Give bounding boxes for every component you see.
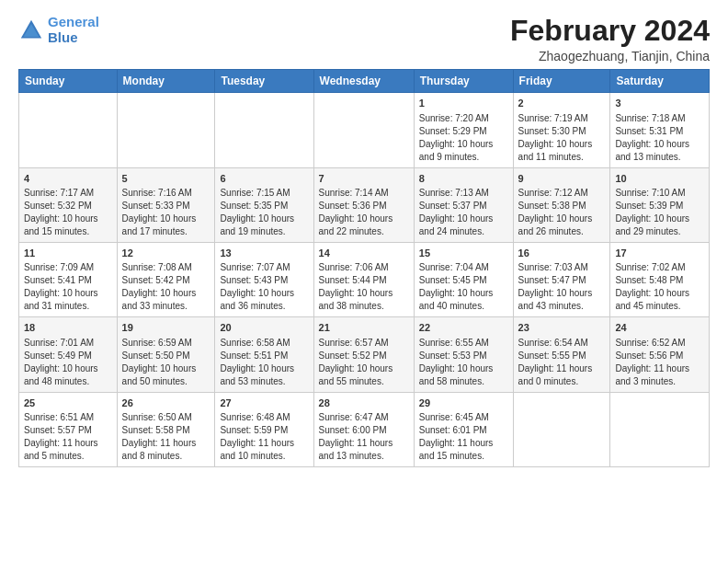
day-info: Sunset: 5:31 PM (615, 125, 704, 138)
day-info: Sunrise: 7:07 AM (220, 261, 308, 274)
day-info: Daylight: 10 hours (319, 213, 409, 225)
day-info: Sunrise: 7:20 AM (419, 112, 508, 125)
day-info: and 13 minutes. (319, 450, 409, 463)
day-info: Sunrise: 6:52 AM (615, 337, 704, 350)
day-info: Sunrise: 6:55 AM (419, 337, 508, 350)
day-info: Sunset: 5:42 PM (122, 274, 210, 287)
logo-icon (18, 17, 44, 43)
day-info: Daylight: 10 hours (24, 362, 112, 375)
day-info: Sunrise: 7:17 AM (24, 187, 112, 200)
calendar-cell: 11Sunrise: 7:09 AMSunset: 5:41 PMDayligh… (19, 242, 118, 316)
calendar-cell: 8Sunrise: 7:13 AMSunset: 5:37 PMDaylight… (414, 167, 513, 242)
day-info: Sunrise: 7:14 AM (319, 187, 409, 200)
day-info: Sunrise: 6:45 AM (419, 411, 508, 424)
day-info: Daylight: 10 hours (319, 362, 409, 375)
day-info: and 24 minutes. (419, 225, 508, 238)
day-number: 20 (220, 321, 308, 335)
day-number: 6 (220, 172, 308, 186)
calendar-cell (19, 93, 118, 167)
calendar-cell: 25Sunrise: 6:51 AMSunset: 5:57 PMDayligh… (19, 392, 118, 466)
weekday-header: Thursday (414, 70, 513, 93)
day-info: and 50 minutes. (122, 375, 210, 388)
calendar-cell (117, 93, 215, 167)
day-info: and 55 minutes. (319, 375, 409, 388)
day-number: 3 (615, 97, 704, 110)
day-number: 24 (615, 321, 704, 335)
day-info: Daylight: 11 hours (122, 437, 210, 450)
day-info: and 19 minutes. (220, 225, 308, 238)
day-info: Sunset: 5:48 PM (615, 274, 704, 287)
day-info: Sunset: 5:37 PM (419, 200, 508, 213)
weekday-header: Friday (513, 70, 610, 93)
day-info: Daylight: 10 hours (518, 138, 606, 151)
calendar-cell: 5Sunrise: 7:16 AMSunset: 5:33 PMDaylight… (117, 167, 215, 242)
day-info: Sunset: 5:59 PM (220, 424, 308, 437)
day-number: 16 (518, 247, 606, 260)
day-info: Sunset: 5:35 PM (220, 200, 308, 213)
day-info: Daylight: 11 hours (615, 362, 704, 375)
day-number: 1 (419, 97, 508, 110)
day-info: Daylight: 10 hours (122, 362, 210, 375)
day-info: Sunrise: 6:51 AM (24, 411, 112, 424)
day-info: Sunset: 5:50 PM (122, 350, 210, 362)
day-info: Daylight: 11 hours (419, 437, 508, 450)
day-info: and 13 minutes. (615, 151, 704, 164)
day-info: Sunset: 5:49 PM (24, 350, 112, 362)
day-info: Daylight: 11 hours (24, 437, 112, 450)
day-info: Sunrise: 6:59 AM (122, 337, 210, 350)
day-number: 25 (24, 396, 112, 410)
calendar-cell: 15Sunrise: 7:04 AMSunset: 5:45 PMDayligh… (414, 242, 513, 316)
day-info: Daylight: 10 hours (122, 213, 210, 225)
day-info: Daylight: 10 hours (419, 138, 508, 151)
day-info: Daylight: 10 hours (615, 138, 704, 151)
weekday-header: Sunday (19, 70, 118, 93)
day-info: Sunset: 5:53 PM (419, 350, 508, 362)
calendar-cell: 17Sunrise: 7:02 AMSunset: 5:48 PMDayligh… (610, 242, 710, 316)
day-info: Sunrise: 7:06 AM (319, 261, 409, 274)
day-info: and 26 minutes. (518, 225, 606, 238)
day-info: Sunrise: 7:19 AM (518, 112, 606, 125)
day-number: 4 (24, 172, 112, 186)
calendar-cell: 18Sunrise: 7:01 AMSunset: 5:49 PMDayligh… (19, 317, 118, 392)
header: General Blue February 2024 Zhaogezhuang,… (18, 15, 710, 63)
day-info: Sunrise: 6:47 AM (319, 411, 409, 424)
day-info: Sunrise: 6:50 AM (122, 411, 210, 424)
day-number: 28 (319, 396, 409, 410)
day-info: Daylight: 10 hours (518, 287, 606, 300)
calendar-cell (513, 392, 610, 466)
day-info: Sunset: 5:55 PM (518, 350, 606, 362)
day-number: 2 (518, 97, 606, 110)
day-info: Daylight: 10 hours (518, 213, 606, 225)
title-block: February 2024 Zhaogezhuang, Tianjin, Chi… (510, 15, 710, 63)
calendar-cell: 3Sunrise: 7:18 AMSunset: 5:31 PMDaylight… (610, 93, 710, 167)
day-info: and 40 minutes. (419, 300, 508, 313)
calendar-cell: 26Sunrise: 6:50 AMSunset: 5:58 PMDayligh… (117, 392, 215, 466)
day-info: Sunset: 6:00 PM (319, 424, 409, 437)
main-title: February 2024 (510, 15, 710, 47)
day-info: and 0 minutes. (518, 375, 606, 388)
day-info: Sunrise: 7:12 AM (518, 187, 606, 200)
calendar-cell: 27Sunrise: 6:48 AMSunset: 5:59 PMDayligh… (215, 392, 313, 466)
day-info: and 33 minutes. (122, 300, 210, 313)
day-info: Sunrise: 7:04 AM (419, 261, 508, 274)
day-info: Daylight: 11 hours (319, 437, 409, 450)
header-row: SundayMondayTuesdayWednesdayThursdayFrid… (19, 70, 710, 93)
calendar-cell (313, 93, 414, 167)
day-number: 22 (419, 321, 508, 335)
day-info: and 17 minutes. (122, 225, 210, 238)
day-info: Sunset: 5:33 PM (122, 200, 210, 213)
day-info: Sunset: 6:01 PM (419, 424, 508, 437)
day-info: and 9 minutes. (419, 151, 508, 164)
calendar-week-row: 4Sunrise: 7:17 AMSunset: 5:32 PMDaylight… (19, 167, 710, 242)
calendar-cell: 7Sunrise: 7:14 AMSunset: 5:36 PMDaylight… (313, 167, 414, 242)
calendar-cell: 4Sunrise: 7:17 AMSunset: 5:32 PMDaylight… (19, 167, 118, 242)
day-info: Daylight: 10 hours (419, 362, 508, 375)
calendar-cell: 24Sunrise: 6:52 AMSunset: 5:56 PMDayligh… (610, 317, 710, 392)
day-info: Sunset: 5:43 PM (220, 274, 308, 287)
day-info: and 43 minutes. (518, 300, 606, 313)
day-info: Sunrise: 7:13 AM (419, 187, 508, 200)
day-info: Sunset: 5:38 PM (518, 200, 606, 213)
day-number: 14 (319, 247, 409, 260)
day-info: Daylight: 10 hours (419, 287, 508, 300)
day-info: Sunset: 5:41 PM (24, 274, 112, 287)
